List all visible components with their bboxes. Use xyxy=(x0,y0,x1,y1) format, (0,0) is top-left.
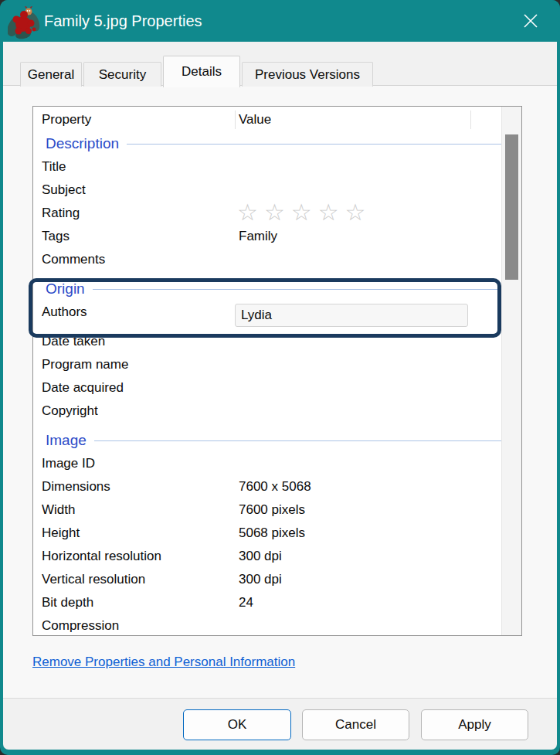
tab-details[interactable]: Details xyxy=(163,56,240,87)
property-row-vertical-resolution[interactable]: Vertical resolution 300 dpi xyxy=(33,568,503,591)
property-label: Bit depth xyxy=(42,591,93,614)
column-header-property: Property xyxy=(42,107,91,132)
property-value: Family xyxy=(239,225,277,248)
property-row-bit-depth[interactable]: Bit depth 24 xyxy=(33,591,503,614)
property-label: Tags xyxy=(42,225,70,248)
property-row-copyright[interactable]: Copyright xyxy=(33,400,503,423)
property-row-date-taken[interactable]: Date taken xyxy=(33,330,503,353)
property-value: 7600 pixels xyxy=(239,498,305,522)
section-header-origin: Origin xyxy=(33,277,503,301)
property-label: Subject xyxy=(42,179,86,202)
property-label: Date acquired xyxy=(42,376,124,400)
property-row-height[interactable]: Height 5068 pixels xyxy=(33,522,503,545)
property-value: 24 xyxy=(239,591,253,614)
ok-button[interactable]: OK xyxy=(183,709,291,740)
footer-divider xyxy=(3,698,557,699)
property-label: Title xyxy=(42,155,66,179)
property-row-image-id[interactable]: Image ID xyxy=(33,452,503,475)
property-label: Horizontal resolution xyxy=(42,545,161,568)
property-label: Height xyxy=(42,522,80,545)
column-header-value: Value xyxy=(239,107,271,132)
property-row-rating[interactable]: Rating ☆☆☆☆☆ xyxy=(33,202,503,225)
authors-input[interactable] xyxy=(235,304,468,327)
property-row-compression[interactable]: Compression xyxy=(33,614,503,636)
property-label: Comments xyxy=(42,248,105,271)
section-header-image: Image xyxy=(33,429,503,452)
window-title: Family 5.jpg Properties xyxy=(44,0,202,42)
rating-stars[interactable]: ☆☆☆☆☆ xyxy=(237,200,372,225)
property-label: Width xyxy=(42,498,75,522)
property-list: Property Value Description Title Subject… xyxy=(32,106,522,636)
scrollbar-thumb[interactable] xyxy=(505,134,518,280)
property-label: Rating xyxy=(42,202,80,225)
section-rule xyxy=(93,289,501,290)
property-row-comments[interactable]: Comments xyxy=(33,248,503,271)
tab-strip: General Security Details Previous Versio… xyxy=(20,55,375,87)
section-rule xyxy=(94,440,501,441)
property-value: 5068 pixels xyxy=(239,522,305,545)
property-row-width[interactable]: Width 7600 pixels xyxy=(33,498,503,522)
tab-general[interactable]: General xyxy=(20,62,82,87)
titlebar: Family 5.jpg Properties xyxy=(0,0,560,42)
property-rows: Description Title Subject Rating ☆☆☆☆☆ T… xyxy=(33,132,503,636)
property-label: Program name xyxy=(42,353,128,376)
property-row-date-acquired[interactable]: Date acquired xyxy=(33,376,503,400)
tab-security[interactable]: Security xyxy=(83,62,161,87)
property-row-dimensions[interactable]: Dimensions 7600 x 5068 xyxy=(33,475,503,498)
property-row-title[interactable]: Title xyxy=(33,155,503,179)
property-label: Vertical resolution xyxy=(42,568,145,591)
section-rule xyxy=(127,144,501,145)
vertical-scrollbar[interactable] xyxy=(501,107,521,635)
property-label: Date taken xyxy=(42,330,105,353)
close-icon xyxy=(521,12,540,30)
apply-button[interactable]: Apply xyxy=(421,709,528,740)
cancel-button[interactable]: Cancel xyxy=(302,709,409,740)
properties-dialog: Family 5.jpg Properties General Security… xyxy=(0,0,560,755)
property-value: 7600 x 5068 xyxy=(239,475,311,498)
column-separator xyxy=(235,111,236,129)
puzzle-app-icon xyxy=(8,5,40,39)
property-value: 300 dpi xyxy=(239,568,282,591)
property-row-subject[interactable]: Subject xyxy=(33,179,503,202)
property-row-program-name[interactable]: Program name xyxy=(33,353,503,376)
property-label: Dimensions xyxy=(42,475,110,498)
remove-properties-link[interactable]: Remove Properties and Personal Informati… xyxy=(32,655,295,670)
property-label: Image ID xyxy=(42,452,95,475)
tab-previous-versions[interactable]: Previous Versions xyxy=(242,62,373,87)
property-row-authors: Authors xyxy=(33,301,503,330)
close-button[interactable] xyxy=(512,3,549,39)
property-value: 300 dpi xyxy=(239,545,282,568)
column-separator xyxy=(470,111,471,129)
property-row-tags[interactable]: Tags Family xyxy=(33,225,503,248)
list-header: Property Value xyxy=(33,107,521,132)
property-label: Copyright xyxy=(42,400,98,423)
property-label: Compression xyxy=(42,614,119,636)
property-row-horizontal-resolution[interactable]: Horizontal resolution 300 dpi xyxy=(33,545,503,568)
property-label: Authors xyxy=(42,301,87,324)
section-header-description: Description xyxy=(33,132,503,155)
